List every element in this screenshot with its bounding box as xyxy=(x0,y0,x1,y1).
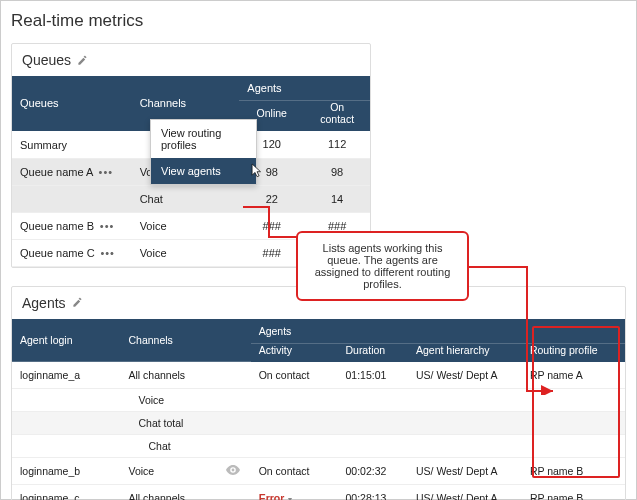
agent-a-channel: All channels xyxy=(120,362,218,389)
queue-a-channel-chat: Chat xyxy=(132,185,240,212)
agent-b-hierarchy: US/ West/ Dept A xyxy=(408,458,522,485)
agent-c-channel: All channels xyxy=(120,485,218,501)
queue-a-voice-oncontact: 98 xyxy=(304,158,370,185)
agent-row-c[interactable]: loginname_c All channels Error▾ 00:28:13… xyxy=(12,485,625,501)
queue-b-label: Queue name B xyxy=(20,220,94,232)
pencil-icon[interactable] xyxy=(77,55,88,66)
agent-a-voice: Voice xyxy=(120,389,218,412)
agent-b-duration: 00:02:32 xyxy=(337,458,408,485)
menu-view-routing-profiles[interactable]: View routing profiles xyxy=(151,120,256,158)
col-agent-login[interactable]: Agent login xyxy=(12,319,120,362)
col-agents-group: Agents xyxy=(239,76,370,101)
pencil-icon[interactable] xyxy=(72,297,83,308)
agent-c-activity: Error xyxy=(259,492,285,500)
context-menu: View routing profiles View agents xyxy=(150,119,257,185)
agent-a-login: loginname_a xyxy=(12,362,120,389)
agent-a-chat-row: Chat xyxy=(12,435,625,458)
cursor-icon xyxy=(250,162,264,182)
svg-point-0 xyxy=(232,469,235,472)
agent-c-duration: 00:28:13 xyxy=(337,485,408,501)
col-agents-group: Agents xyxy=(251,319,625,344)
agent-b-channel: Voice xyxy=(120,458,218,485)
agent-row-b[interactable]: loginname_b Voice On contact 00:02:32 US… xyxy=(12,458,625,485)
queue-b-channel: Voice xyxy=(132,212,240,239)
queue-c-label: Queue name C xyxy=(20,247,95,259)
page-title: Real-time metrics xyxy=(11,11,626,31)
queue-a-label: Queue name A xyxy=(20,166,93,178)
queue-row-a-chat: Chat 22 14 xyxy=(12,185,370,212)
col-queues[interactable]: Queues xyxy=(12,76,132,131)
menu-view-agents-label: View agents xyxy=(161,165,221,177)
col-duration[interactable]: Duration xyxy=(337,343,408,362)
agent-c-rp: RP name B xyxy=(522,485,625,501)
agent-a-chat: Chat xyxy=(120,435,218,458)
queue-a-chat-oncontact: 14 xyxy=(304,185,370,212)
annotation-callout: Lists agents working this queue. The age… xyxy=(296,231,469,301)
queue-c-online: ### xyxy=(239,239,304,266)
queues-panel-title: Queues xyxy=(22,52,71,68)
ellipsis-icon[interactable]: ••• xyxy=(98,247,118,259)
agents-panel-title: Agents xyxy=(22,295,66,311)
agent-b-rp: RP name B xyxy=(522,458,625,485)
ellipsis-icon[interactable]: ••• xyxy=(96,166,116,178)
queue-c-channel: Voice xyxy=(132,239,240,266)
agent-a-chattotal-row: Chat total xyxy=(12,412,625,435)
chevron-down-icon[interactable]: ▾ xyxy=(288,495,292,500)
agent-a-chattotal: Chat total xyxy=(120,412,218,435)
col-activity[interactable]: Activity xyxy=(251,343,338,362)
summary-label: Summary xyxy=(12,131,132,158)
col-channels[interactable]: Channels xyxy=(120,319,250,362)
menu-view-agents[interactable]: View agents xyxy=(151,158,256,184)
eye-icon[interactable] xyxy=(226,465,240,475)
agent-c-hierarchy: US/ West/ Dept A xyxy=(408,485,522,501)
summary-oncontact: 112 xyxy=(304,131,370,158)
agent-a-activity: On contact xyxy=(251,362,338,389)
agent-c-login: loginname_c xyxy=(12,485,120,501)
agent-a-duration: 01:15:01 xyxy=(337,362,408,389)
col-oncontact[interactable]: On contact xyxy=(304,101,370,132)
agent-b-activity: On contact xyxy=(251,458,338,485)
ellipsis-icon[interactable]: ••• xyxy=(97,220,117,232)
agent-b-login: loginname_b xyxy=(12,458,120,485)
